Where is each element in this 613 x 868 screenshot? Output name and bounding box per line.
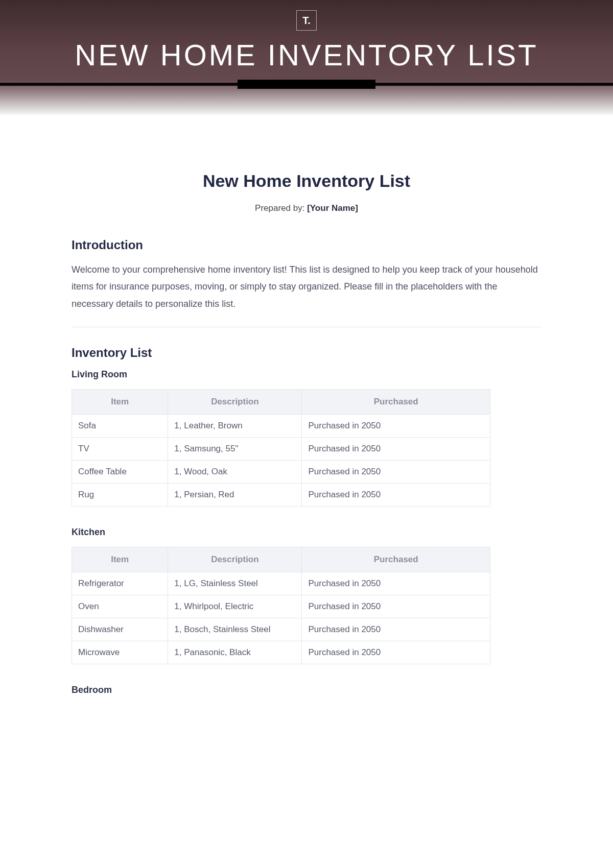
table-cell: Coffee Table — [72, 460, 168, 483]
inventory-table: ItemDescriptionPurchasedRefrigerator1, L… — [72, 547, 490, 664]
table-cell: 1, Samsung, 55" — [168, 437, 302, 460]
introduction-body: Welcome to your comprehensive home inven… — [72, 261, 541, 312]
introduction-heading: Introduction — [72, 238, 541, 252]
prepared-by-name: [Your Name] — [307, 203, 358, 213]
rooms-container: Living RoomItemDescriptionPurchasedSofa1… — [72, 369, 541, 695]
table-cell: Refrigerator — [72, 572, 168, 595]
table-cell: 1, Leather, Brown — [168, 414, 302, 437]
table-cell: Purchased in 2050 — [302, 618, 490, 641]
table-row: Coffee Table1, Wood, OakPurchased in 205… — [72, 460, 490, 483]
table-row: Rug1, Persian, RedPurchased in 2050 — [72, 483, 490, 506]
table-row: TV1, Samsung, 55"Purchased in 2050 — [72, 437, 490, 460]
table-cell: TV — [72, 437, 168, 460]
table-header-cell: Description — [168, 389, 302, 414]
table-cell: 1, Bosch, Stainless Steel — [168, 618, 302, 641]
table-cell: Purchased in 2050 — [302, 437, 490, 460]
table-cell: Dishwasher — [72, 618, 168, 641]
banner: T. NEW HOME INVENTORY LIST — [0, 0, 613, 115]
banner-underline-thick — [238, 80, 375, 89]
table-header-cell: Item — [72, 389, 168, 414]
table-cell: Purchased in 2050 — [302, 641, 490, 664]
table-cell: 1, Persian, Red — [168, 483, 302, 506]
table-row: Sofa1, Leather, BrownPurchased in 2050 — [72, 414, 490, 437]
table-header-cell: Description — [168, 547, 302, 572]
table-cell: 1, Panasonic, Black — [168, 641, 302, 664]
inventory-table: ItemDescriptionPurchasedSofa1, Leather, … — [72, 389, 490, 507]
table-row: Microwave1, Panasonic, BlackPurchased in… — [72, 641, 490, 664]
room-heading: Bedroom — [72, 685, 541, 695]
table-cell: 1, Wood, Oak — [168, 460, 302, 483]
table-cell: Purchased in 2050 — [302, 595, 490, 618]
table-cell: Purchased in 2050 — [302, 572, 490, 595]
inventory-table-wrap: ItemDescriptionPurchasedRefrigerator1, L… — [72, 547, 490, 664]
table-row: Dishwasher1, Bosch, Stainless SteelPurch… — [72, 618, 490, 641]
table-cell: 1, Whirlpool, Electric — [168, 595, 302, 618]
table-header-cell: Item — [72, 547, 168, 572]
table-header-cell: Purchased — [302, 547, 490, 572]
table-cell: Microwave — [72, 641, 168, 664]
inventory-table-wrap: ItemDescriptionPurchasedSofa1, Leather, … — [72, 389, 490, 507]
table-row: Oven1, Whirlpool, ElectricPurchased in 2… — [72, 595, 490, 618]
table-cell: Purchased in 2050 — [302, 414, 490, 437]
table-row: Refrigerator1, LG, Stainless SteelPurcha… — [72, 572, 490, 595]
table-cell: Sofa — [72, 414, 168, 437]
brand-logo: T. — [296, 10, 317, 31]
table-cell: 1, LG, Stainless Steel — [168, 572, 302, 595]
prepared-by-prefix: Prepared by: — [255, 203, 307, 213]
room-heading: Living Room — [72, 369, 541, 380]
room-heading: Kitchen — [72, 527, 541, 538]
table-header-cell: Purchased — [302, 389, 490, 414]
table-cell: Purchased in 2050 — [302, 460, 490, 483]
table-cell: Oven — [72, 595, 168, 618]
banner-title: NEW HOME INVENTORY LIST — [0, 38, 613, 72]
table-cell: Purchased in 2050 — [302, 483, 490, 506]
table-cell: Rug — [72, 483, 168, 506]
document-title: New Home Inventory List — [72, 171, 541, 191]
inventory-heading: Inventory List — [72, 346, 541, 360]
prepared-by-line: Prepared by: [Your Name] — [72, 203, 541, 213]
document-body: New Home Inventory List Prepared by: [Yo… — [41, 115, 572, 725]
section-divider — [72, 327, 541, 327]
